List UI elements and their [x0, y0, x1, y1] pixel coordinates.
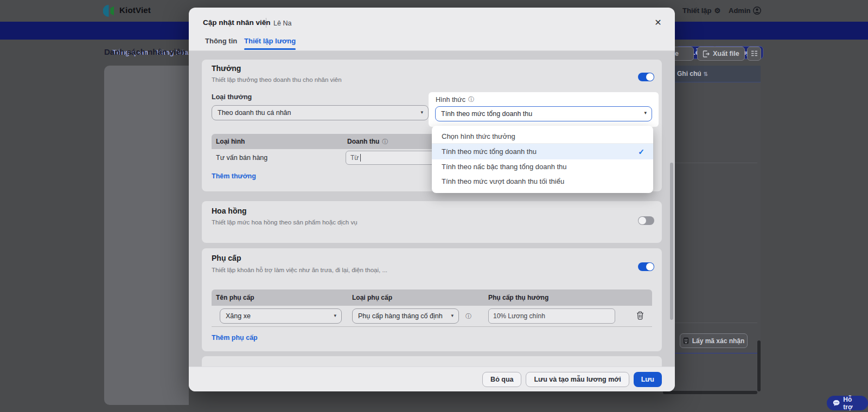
export-label: Xuất file: [713, 50, 739, 57]
filter-sidebar: Trạng thái nhân viên Đang làm việc Đã ng…: [104, 66, 189, 405]
admin-menu[interactable]: Admin: [729, 7, 761, 15]
revenue-prefix: Từ: [350, 154, 359, 162]
note-header-label: Ghi chú: [677, 70, 701, 78]
user-icon: [753, 7, 761, 15]
allowance-type-value: Phụ cấp hàng tháng cố định: [358, 312, 443, 320]
allowance-col-benefit: Phụ cấp thụ hưởng: [488, 294, 548, 301]
chat-icon: [833, 400, 840, 407]
title-divider: [266, 18, 266, 28]
tab-info[interactable]: Thông tin: [205, 37, 237, 49]
method-value: Tính theo mức tổng doanh thu: [441, 110, 532, 118]
allowance-col-name: Tên phụ cấp: [216, 294, 254, 301]
allowance-table-row: Xăng xe ▾ Phụ cấp hàng tháng cố định ▾ ⓘ…: [212, 306, 652, 327]
commission-description: Thiết lập mức hoa hồng theo sản phẩm hoặ…: [212, 219, 358, 226]
list-view-icon: [751, 50, 758, 57]
bonus-toggle[interactable]: [638, 73, 654, 81]
get-code-label: Lấy mã xác nhận: [692, 337, 745, 345]
gear-icon: ⚙: [714, 7, 720, 15]
modal-scrollbar-thumb[interactable]: [670, 163, 673, 320]
modal-tabs: Thông tin Thiết lập lương: [189, 36, 675, 51]
admin-label: Admin: [729, 7, 750, 15]
add-allowance-link[interactable]: Thêm phụ cấp: [212, 334, 258, 342]
note-column-header[interactable]: Ghi chú ⇅: [662, 66, 761, 82]
settings-label: Thiết lập: [682, 7, 711, 15]
allowance-table-header: Tên phụ cấp Loại phụ cấp Phụ cấp thụ hưở…: [212, 289, 652, 306]
bonus-col-revenue: Doanh thu ⓘ: [347, 138, 388, 146]
get-code-button[interactable]: Lấy mã xác nhận: [680, 333, 748, 348]
export-icon: [703, 50, 710, 57]
table-vertical-scrollbar[interactable]: [757, 340, 761, 391]
bonus-row-type: Tư vấn bán hàng: [216, 154, 267, 162]
bonus-type-value: Theo doanh thu cá nhân: [218, 109, 291, 117]
method-dropdown: Chọn hình thức thưởng Tính theo mức tổng…: [432, 126, 653, 193]
allowance-benefit-value: 10% Lương chính: [493, 312, 545, 320]
allowance-name-select[interactable]: Xăng xe ▾: [220, 308, 342, 324]
tab-salary-setup[interactable]: Thiết lập lương: [244, 37, 296, 49]
cancel-button[interactable]: Bỏ qua: [482, 372, 521, 387]
method-field-panel: Hình thức ⓘ Tính theo mức tổng doanh thu…: [429, 92, 659, 127]
chevron-down-icon: ▾: [451, 313, 454, 318]
export-file-button[interactable]: Xuất file: [697, 47, 745, 61]
sort-icon: ⇅: [704, 71, 708, 77]
method-option-exceed-min[interactable]: Tính theo mức vượt doanh thu tối thiểu: [432, 174, 653, 189]
brand-name: KiotViet: [119, 5, 151, 15]
page-title: Danh sách nhân viên: [104, 47, 186, 56]
method-label-row: Hình thức ⓘ: [436, 95, 474, 104]
info-icon: ⓘ: [382, 138, 388, 146]
allowance-name-value: Xăng xe: [226, 312, 251, 320]
chevron-down-icon: ▾: [420, 110, 423, 115]
allowance-col-type: Loại phụ cấp: [352, 294, 392, 301]
allowance-benefit-input[interactable]: 10% Lương chính: [488, 308, 615, 324]
save-button[interactable]: Lưu: [634, 372, 662, 387]
method-option-ladder[interactable]: Tính theo nấc bậc thang tổng doanh thu: [432, 159, 653, 174]
support-button[interactable]: Hỗ trợ: [827, 396, 868, 410]
trash-icon[interactable]: [636, 311, 644, 320]
method-select[interactable]: Tính theo mức tổng doanh thu ▾: [435, 106, 652, 121]
info-icon: ⓘ: [465, 312, 471, 320]
commission-toggle[interactable]: [638, 216, 654, 225]
otp-token-icon: [683, 337, 689, 344]
text-cursor: [360, 154, 361, 162]
column-view-button[interactable]: [747, 47, 761, 61]
commission-card: Hoa hồng Thiết lập mức hoa hồng theo sản…: [202, 201, 662, 243]
close-icon[interactable]: ✕: [652, 16, 664, 28]
info-icon: ⓘ: [468, 95, 474, 104]
allowance-description: Thiết lập khoản hỗ trợ làm việc như ăn t…: [212, 267, 387, 273]
support-label: Hỗ trợ: [843, 396, 862, 411]
allowance-title: Phụ cấp: [212, 254, 241, 262]
employee-name: Lê Na: [273, 20, 291, 27]
add-bonus-link[interactable]: Thêm thưởng: [212, 172, 256, 180]
row-divider: [675, 323, 757, 323]
bonus-description: Thiết lập thưởng theo doanh thu cho nhân…: [212, 76, 342, 83]
bonus-type-select[interactable]: Theo doanh thu cá nhân ▾: [212, 105, 429, 120]
allowance-type-select[interactable]: Phụ cấp hàng tháng cố định ▾: [352, 308, 459, 324]
chevron-down-icon: ▾: [334, 313, 336, 318]
bonus-title: Thưởng: [212, 64, 241, 73]
table-horizontal-scrollbar[interactable]: [663, 391, 757, 394]
bonus-col-type: Loại hình: [216, 138, 245, 145]
kiotviet-logo-icon: [103, 4, 116, 17]
method-option-total-revenue[interactable]: Tính theo mức tổng doanh thu ✓: [432, 144, 653, 159]
modal-title: Cập nhật nhân viên: [203, 18, 271, 27]
update-employee-modal: Cập nhật nhân viên Lê Na ✕ Thông tin Thi…: [189, 8, 675, 391]
allowance-toggle[interactable]: [638, 262, 654, 271]
method-option-label: Tính theo mức tổng doanh thu: [442, 147, 537, 156]
selected-row-divider: [675, 353, 761, 353]
check-icon: ✓: [638, 147, 644, 156]
method-option-placeholder[interactable]: Chọn hình thức thưởng: [432, 129, 653, 144]
row-divider: [675, 163, 757, 163]
bonus-col-revenue-label: Doanh thu: [347, 138, 379, 145]
allowance-table: Tên phụ cấp Loại phụ cấp Phụ cấp thụ hưở…: [212, 289, 652, 327]
settings-menu[interactable]: Thiết lập ⚙: [682, 7, 720, 15]
commission-title: Hoa hồng: [212, 207, 247, 215]
chevron-down-icon: ▾: [644, 110, 647, 115]
bonus-type-label: Loại thưởng: [212, 93, 252, 101]
method-label: Hình thức: [436, 96, 465, 104]
next-card-partial: [202, 356, 662, 366]
allowance-card: Phụ cấp Thiết lập khoản hỗ trợ làm việc …: [202, 248, 662, 351]
save-new-template-button[interactable]: Lưu và tạo mẫu lương mới: [526, 372, 629, 387]
modal-footer: Bỏ qua Lưu và tạo mẫu lương mới Lưu: [189, 366, 675, 391]
